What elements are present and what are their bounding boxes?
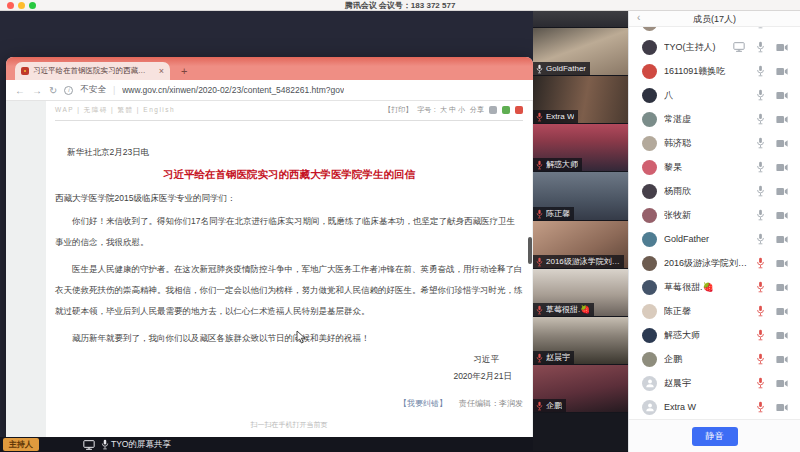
- font-size-links[interactable]: 字号： 大 中 小: [417, 105, 465, 115]
- header-divider: [55, 120, 523, 121]
- member-row[interactable]: 解惑大师: [629, 323, 800, 347]
- mic-icon[interactable]: [756, 113, 765, 125]
- screen-share-icon[interactable]: [733, 42, 745, 52]
- mic-icon: [536, 64, 543, 74]
- video-tile[interactable]: 企鹏: [533, 365, 628, 413]
- camera-icon[interactable]: [776, 27, 788, 28]
- url-input[interactable]: www.gov.cn/xinwen/2020-02/23/content_548…: [122, 85, 344, 95]
- video-tile[interactable]: 2016级游泳学院刘…: [533, 221, 628, 269]
- camera-icon[interactable]: [776, 259, 788, 268]
- back-icon[interactable]: ←: [15, 85, 25, 96]
- camera-icon[interactable]: [776, 91, 788, 100]
- mic-icon[interactable]: [756, 137, 765, 149]
- link-share-icon[interactable]: [489, 106, 497, 114]
- camera-icon[interactable]: [776, 139, 788, 148]
- new-tab-button[interactable]: +: [181, 65, 187, 77]
- info-icon[interactable]: i: [64, 86, 73, 95]
- video-tile[interactable]: GoldFather: [533, 28, 628, 76]
- mic-active-icon[interactable]: [756, 281, 765, 293]
- video-tile[interactable]: 草莓很甜.🍓: [533, 269, 628, 317]
- camera-icon[interactable]: [776, 67, 788, 76]
- video-tile[interactable]: 解惑大师: [533, 124, 628, 172]
- camera-icon[interactable]: [776, 379, 788, 388]
- camera-icon[interactable]: [776, 211, 788, 220]
- mic-muted-icon: [536, 401, 543, 411]
- member-name: 解惑大师: [664, 329, 750, 342]
- member-row[interactable]: 1611091赣换吃: [629, 59, 800, 83]
- camera-icon[interactable]: [776, 307, 788, 316]
- camera-icon[interactable]: [776, 163, 788, 172]
- mic-icon[interactable]: [756, 27, 765, 29]
- mic-icon[interactable]: [756, 41, 765, 53]
- print-link[interactable]: 【打印】: [384, 105, 412, 115]
- mic-icon: [101, 439, 109, 450]
- mic-active-icon[interactable]: [756, 329, 765, 341]
- video-tile[interactable]: Extra W: [533, 76, 628, 124]
- video-tile[interactable]: 陈正馨: [533, 172, 628, 221]
- screen-share-stage: 习近平给在首钢医院实习的西藏… × + ← → ↻ i 不安全 | www.go…: [0, 11, 628, 452]
- mic-muted-icon: [536, 209, 543, 219]
- member-row[interactable]: 赵晨宇: [629, 371, 800, 395]
- video-thumbnail-strip: GoldFather Extra W 解惑大师 陈正馨 2016级游泳学院刘… …: [533, 11, 628, 452]
- member-row[interactable]: 企鹏: [629, 347, 800, 371]
- avatar: [642, 64, 657, 79]
- reload-icon[interactable]: ↻: [49, 85, 57, 96]
- member-row[interactable]: 张牧新: [629, 203, 800, 227]
- weibo-share-icon[interactable]: [515, 106, 523, 114]
- camera-icon[interactable]: [776, 43, 788, 52]
- camera-icon[interactable]: [776, 283, 788, 292]
- mic-icon[interactable]: [756, 209, 765, 221]
- mic-icon[interactable]: [756, 161, 765, 173]
- member-row[interactable]: 八: [629, 83, 800, 107]
- mic-active-icon[interactable]: [756, 377, 765, 389]
- member-row[interactable]: [629, 27, 800, 35]
- tab-close-icon[interactable]: ×: [159, 67, 164, 76]
- mic-active-icon[interactable]: [756, 401, 765, 413]
- mute-button[interactable]: 静音: [692, 427, 738, 446]
- mic-active-icon[interactable]: [756, 257, 765, 269]
- mic-active-icon[interactable]: [756, 353, 765, 365]
- member-row[interactable]: 杨雨欣: [629, 179, 800, 203]
- camera-icon[interactable]: [776, 187, 788, 196]
- video-tile[interactable]: 赵晨宇: [533, 317, 628, 365]
- page-scrollbar[interactable]: [528, 237, 532, 264]
- member-panel-title: 成员(17人): [629, 13, 800, 26]
- member-name: 韩济聪: [664, 137, 750, 150]
- error-report-link[interactable]: 【我要纠错】: [399, 398, 447, 409]
- camera-icon[interactable]: [776, 355, 788, 364]
- browser-tab[interactable]: 习近平给在首钢医院实习的西藏… ×: [15, 62, 170, 80]
- forward-icon[interactable]: →: [32, 85, 42, 96]
- mic-icon[interactable]: [756, 233, 765, 245]
- mic-icon[interactable]: [756, 185, 765, 197]
- video-tile[interactable]: [533, 413, 628, 452]
- member-row[interactable]: TYO(主持人): [629, 35, 800, 59]
- avatar: [642, 304, 657, 319]
- gov-favicon: [21, 67, 29, 75]
- mac-titlebar: 腾讯会议 会议号：183 372 577: [0, 0, 800, 11]
- member-row[interactable]: GoldFather: [629, 227, 800, 251]
- video-tile[interactable]: [533, 11, 628, 28]
- mic-icon[interactable]: [756, 89, 765, 101]
- member-list: TYO(主持人) 1611091赣换吃 八 常: [629, 27, 800, 419]
- mic-active-icon[interactable]: [756, 305, 765, 317]
- camera-icon[interactable]: [776, 235, 788, 244]
- camera-icon[interactable]: [776, 115, 788, 124]
- article-title: 习近平给在首钢医院实习的西藏大学医学院学生的回信: [55, 168, 523, 182]
- mic-icon[interactable]: [756, 65, 765, 77]
- member-row[interactable]: 陈正馨: [629, 299, 800, 323]
- security-label: 不安全: [80, 84, 106, 96]
- site-header-links[interactable]: WAP | 无障碍 | 繁體 | English: [55, 106, 175, 115]
- mic-muted-icon: [536, 160, 543, 170]
- member-row[interactable]: 2016级游泳学院刘佳慧: [629, 251, 800, 275]
- camera-icon[interactable]: [776, 331, 788, 340]
- avatar: [642, 232, 657, 247]
- member-row[interactable]: 韩济聪: [629, 131, 800, 155]
- avatar: [642, 280, 657, 295]
- member-row[interactable]: 黎杲: [629, 155, 800, 179]
- member-row[interactable]: Extra W: [629, 395, 800, 419]
- member-row[interactable]: 常湛虚: [629, 107, 800, 131]
- share-label: 分享: [470, 105, 484, 115]
- member-row[interactable]: 草莓很甜.🍓: [629, 275, 800, 299]
- camera-icon[interactable]: [776, 403, 788, 412]
- wechat-share-icon[interactable]: [502, 106, 510, 114]
